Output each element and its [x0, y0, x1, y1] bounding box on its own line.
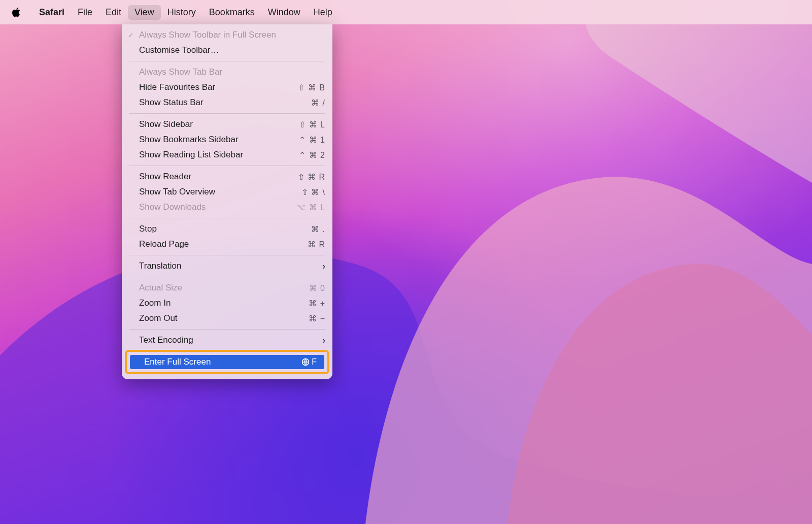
menubar-item-window[interactable]: Window	[261, 5, 307, 20]
menu-separator	[129, 218, 325, 218]
menu-item-reload-page[interactable]: Reload Page ⌘ R	[122, 237, 332, 252]
menu-item-hide-favourites-bar[interactable]: Hide Favourites Bar ⇧ ⌘ B	[122, 80, 332, 95]
menu-item-zoom-in[interactable]: Zoom In ⌘ +	[122, 296, 332, 311]
menu-item-label: Enter Full Screen	[144, 357, 295, 367]
menu-separator	[129, 255, 325, 255]
menu-item-label: Hide Favourites Bar	[139, 82, 292, 92]
menu-item-label: Always Show Toolbar in Full Screen	[139, 30, 325, 40]
menubar-item-history[interactable]: History	[161, 5, 202, 20]
menu-item-label: Zoom Out	[139, 313, 302, 323]
menu-item-shortcut: ⇧ ⌘ \	[301, 187, 325, 197]
menu-item-show-reading-list-sidebar[interactable]: Show Reading List Sidebar ⌃ ⌘ 2	[122, 147, 332, 162]
menu-item-label: Show Bookmarks Sidebar	[139, 135, 293, 145]
menu-item-shortcut: ⌘ /	[311, 98, 325, 108]
menu-item-shortcut: ⇧ ⌘ R	[298, 172, 325, 182]
apple-menu-icon[interactable]	[11, 7, 21, 17]
menu-item-translation[interactable]: Translation ›	[122, 258, 332, 274]
menu-item-show-reader[interactable]: Show Reader ⇧ ⌘ R	[122, 169, 332, 184]
menu-item-show-status-bar[interactable]: Show Status Bar ⌘ /	[122, 95, 332, 110]
chevron-right-icon: ›	[318, 261, 325, 272]
menu-item-show-bookmarks-sidebar[interactable]: Show Bookmarks Sidebar ⌃ ⌘ 1	[122, 132, 332, 147]
menu-item-customise-toolbar[interactable]: Customise Toolbar…	[122, 43, 332, 58]
menu-item-shortcut: ⌃ ⌘ 1	[299, 135, 325, 145]
menu-item-label: Always Show Tab Bar	[139, 67, 325, 77]
menubar-app-name[interactable]: Safari	[32, 5, 71, 20]
menu-separator	[129, 329, 325, 330]
menu-item-label: Stop	[139, 224, 305, 234]
menu-item-shortcut: F	[301, 357, 317, 367]
menu-separator	[129, 277, 325, 277]
menu-separator	[129, 113, 325, 114]
menu-separator	[129, 166, 325, 166]
menu-item-shortcut: ⌘ 0	[309, 283, 325, 293]
menu-item-always-show-tab-bar: Always Show Tab Bar	[122, 64, 332, 80]
menu-separator	[129, 61, 325, 61]
menu-item-label: Reload Page	[139, 239, 301, 249]
menubar-item-edit[interactable]: Edit	[99, 5, 128, 20]
menu-item-shortcut: ⌘ −	[309, 314, 325, 323]
menu-item-label: Show Downloads	[139, 202, 290, 212]
menu-item-label: Customise Toolbar…	[139, 45, 325, 55]
menu-item-shortcut: ⌃ ⌘ 2	[299, 150, 325, 160]
shortcut-key: F	[312, 357, 317, 367]
menu-item-text-encoding[interactable]: Text Encoding ›	[122, 333, 332, 348]
menubar: Safari File Edit View History Bookmarks …	[0, 0, 812, 24]
globe-icon	[301, 358, 310, 366]
menu-item-stop[interactable]: Stop ⌘ .	[122, 221, 332, 237]
menu-item-label: Translation	[139, 261, 318, 271]
highlighted-menu-item: Enter Full Screen F	[125, 350, 329, 374]
menu-item-shortcut: ⌥ ⌘ L	[296, 203, 325, 212]
desktop-wallpaper: Safari File Edit View History Bookmarks …	[0, 0, 812, 524]
menu-item-shortcut: ⇧ ⌘ L	[299, 120, 325, 129]
menu-item-label: Show Reading List Sidebar	[139, 150, 293, 160]
menu-item-zoom-out[interactable]: Zoom Out ⌘ −	[122, 311, 332, 326]
menu-item-label: Actual Size	[139, 283, 303, 293]
menu-item-label: Show Sidebar	[139, 119, 293, 129]
menu-item-shortcut: ⇧ ⌘ B	[298, 83, 325, 92]
menubar-item-view[interactable]: View	[128, 5, 161, 20]
menu-item-label: Zoom In	[139, 298, 302, 308]
menu-item-always-show-toolbar: ✓ Always Show Toolbar in Full Screen	[122, 27, 332, 43]
menu-item-actual-size: Actual Size ⌘ 0	[122, 280, 332, 296]
menu-item-label: Show Tab Overview	[139, 187, 295, 197]
menu-item-shortcut: ⌘ R	[308, 240, 325, 249]
menu-item-enter-full-screen[interactable]: Enter Full Screen F	[130, 355, 324, 369]
menu-item-show-tab-overview[interactable]: Show Tab Overview ⇧ ⌘ \	[122, 184, 332, 200]
menu-item-shortcut: ⌘ .	[311, 224, 325, 234]
chevron-right-icon: ›	[318, 335, 325, 346]
menu-item-show-sidebar[interactable]: Show Sidebar ⇧ ⌘ L	[122, 117, 332, 132]
view-menu-dropdown: ✓ Always Show Toolbar in Full Screen Cus…	[122, 24, 332, 379]
menu-item-shortcut: ⌘ +	[309, 299, 325, 308]
menu-item-show-downloads: Show Downloads ⌥ ⌘ L	[122, 200, 332, 215]
menubar-item-bookmarks[interactable]: Bookmarks	[202, 5, 261, 20]
menubar-item-file[interactable]: File	[71, 5, 99, 20]
menu-item-label: Show Status Bar	[139, 97, 305, 108]
menu-item-label: Text Encoding	[139, 335, 318, 345]
checkmark-icon: ✓	[128, 31, 134, 39]
menu-item-label: Show Reader	[139, 172, 292, 182]
menubar-item-help[interactable]: Help	[307, 5, 339, 20]
